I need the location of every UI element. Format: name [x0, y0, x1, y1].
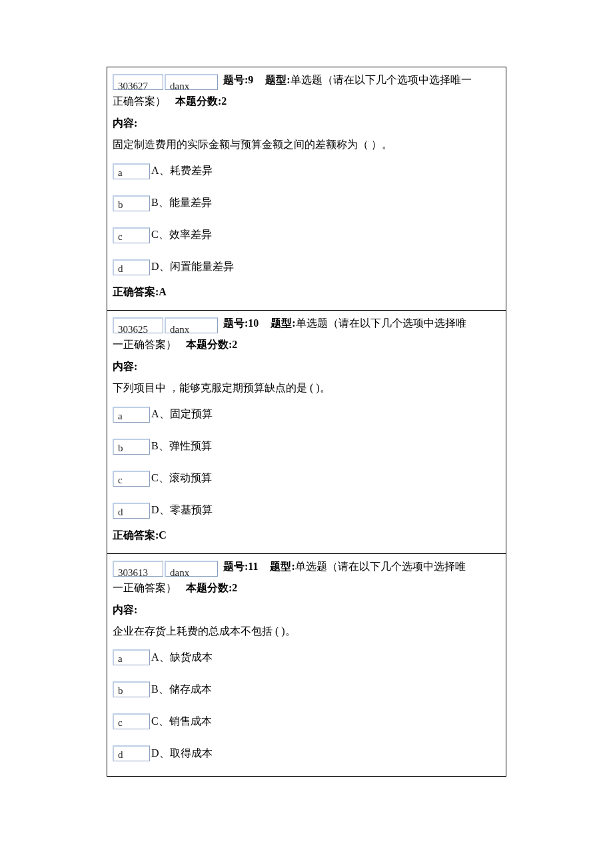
option-text: D、闲置能量差异	[151, 259, 234, 275]
qtype-label: 题型:	[270, 561, 295, 572]
score-value: 2	[232, 339, 237, 350]
content-label: 内容:	[113, 113, 500, 133]
question-block: 303627 danx 题号:9 题型:单选题（请在以下几个选项中选择唯一 正确…	[107, 67, 506, 311]
options-list: a A、耗费差异 b B、能量差异 c C、效率差异 d D、闲置能量差异	[113, 159, 500, 275]
option-row: b B、储存成本	[113, 677, 500, 697]
qtype-cont: 正确答案）	[113, 95, 166, 107]
option-text: C、滚动预算	[151, 471, 212, 486]
option-text: A、耗费差异	[151, 163, 213, 179]
question-content: 企业在存货上耗费的总成本不包括 ( )。	[113, 621, 500, 641]
option-text: A、固定预算	[151, 407, 213, 422]
option-code-field[interactable]: b	[113, 195, 150, 211]
option-text: B、储存成本	[151, 682, 212, 697]
option-row: b B、弹性预算	[113, 435, 500, 455]
option-text: A、缺货成本	[151, 650, 213, 665]
score-label: 本题分数:	[186, 339, 232, 350]
options-list: a A、缺货成本 b B、储存成本 c C、销售成本 d D、取得成本	[113, 645, 500, 761]
qno-value: 10	[248, 317, 259, 329]
score-value: 2	[221, 95, 227, 107]
question-content: 固定制造费用的实际金额与预算金额之间的差额称为（ ）。	[113, 135, 500, 155]
question-content: 下列项目中 ，能够克服定期预算缺点的是 ( )。	[113, 378, 500, 398]
option-row: a A、缺货成本	[113, 645, 500, 665]
content-label: 内容:	[113, 357, 500, 377]
option-code-field[interactable]: c	[113, 713, 150, 729]
options-list: a A、固定预算 b B、弹性预算 c C、滚动预算 d D、零基预算	[113, 403, 500, 519]
option-text: D、零基预算	[151, 503, 213, 518]
qtype-text: 单选题（请在以下几个选项中选择唯	[295, 561, 466, 572]
option-row: a A、耗费差异	[113, 159, 500, 179]
question-id-field: 303613	[113, 561, 163, 577]
option-row: a A、固定预算	[113, 403, 500, 423]
option-code-field[interactable]: c	[113, 227, 150, 243]
option-code-field[interactable]: b	[113, 681, 150, 697]
qtype-cont: 一正确答案）	[113, 582, 177, 593]
option-row: d D、取得成本	[113, 741, 500, 761]
question-id-field: 303625	[113, 317, 163, 333]
answer-label: 正确答案:	[113, 286, 159, 297]
answer-value: C	[159, 529, 167, 541]
option-code-field[interactable]: a	[113, 163, 150, 179]
option-code-field[interactable]: b	[113, 439, 150, 455]
qtype-cont: 一正确答案）	[113, 339, 177, 350]
qtype-label: 题型:	[271, 317, 295, 329]
option-code-field[interactable]: a	[113, 407, 150, 423]
option-code-field[interactable]: c	[113, 471, 150, 487]
option-code-field[interactable]: d	[113, 259, 150, 275]
question-typecode-field: danx	[165, 561, 218, 577]
question-block: 303625 danx 题号:10 题型:单选题（请在以下几个选项中选择唯 一正…	[107, 311, 506, 554]
question-block: 303613 danx 题号:11 题型:单选题（请在以下几个选项中选择唯 一正…	[107, 554, 506, 777]
option-row: d D、闲置能量差异	[113, 255, 500, 275]
option-row: d D、零基预算	[113, 499, 500, 519]
option-text: D、取得成本	[151, 746, 213, 761]
option-code-field[interactable]: d	[113, 503, 150, 519]
option-row: b B、能量差异	[113, 191, 500, 211]
option-row: c C、销售成本	[113, 709, 500, 729]
qno-label: 题号:	[223, 74, 248, 85]
qtype-text: 单选题（请在以下几个选项中选择唯一	[291, 74, 472, 85]
option-text: B、弹性预算	[151, 439, 212, 454]
option-text: B、能量差异	[151, 195, 212, 211]
qno-value: 9	[248, 74, 253, 85]
question-typecode-field: danx	[165, 317, 218, 333]
qno-label: 题号:	[223, 561, 248, 572]
option-row: c C、滚动预算	[113, 467, 500, 487]
qtype-text: 单选题（请在以下几个选项中选择唯	[296, 317, 466, 329]
qtype-label: 题型:	[265, 74, 290, 85]
score-value: 2	[232, 582, 237, 593]
option-code-field[interactable]: d	[113, 745, 150, 761]
option-code-field[interactable]: a	[113, 649, 150, 665]
question-typecode-field: danx	[165, 74, 218, 90]
content-label: 内容:	[113, 600, 500, 620]
score-label: 本题分数:	[175, 95, 221, 107]
score-label: 本题分数:	[186, 582, 232, 593]
option-row: c C、效率差异	[113, 223, 500, 243]
answer-label: 正确答案:	[113, 529, 159, 541]
option-text: C、销售成本	[151, 714, 212, 729]
question-id-field: 303627	[113, 74, 163, 90]
option-text: C、效率差异	[151, 227, 212, 243]
page: 303627 danx 题号:9 题型:单选题（请在以下几个选项中选择唯一 正确…	[0, 0, 613, 803]
answer-value: A	[159, 286, 167, 297]
qno-label: 题号:	[223, 317, 248, 329]
qno-value: 11	[248, 561, 258, 572]
